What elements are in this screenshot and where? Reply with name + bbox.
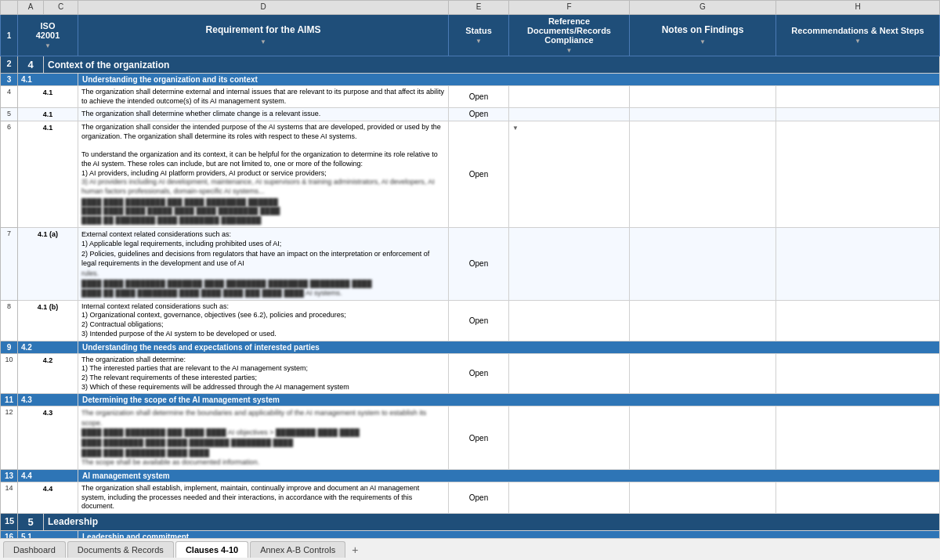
table-row: 10 4.2 The organization shall determine:… bbox=[1, 353, 940, 394]
row-num-10: 10 bbox=[1, 353, 18, 394]
col-h-header: H bbox=[776, 1, 940, 15]
row-num-7: 7 bbox=[1, 227, 18, 300]
rec-4-1b[interactable] bbox=[776, 300, 940, 341]
notes-4-1a[interactable] bbox=[630, 227, 776, 300]
row-num-3: 3 bbox=[1, 74, 18, 86]
table-row: 12 4.3 The organization shall determine … bbox=[1, 406, 940, 470]
row-num-5: 5 bbox=[1, 108, 18, 121]
row-num-9: 9 bbox=[1, 341, 18, 353]
subsection-row-4-1: 3 4.1 Understanding the organization and… bbox=[1, 74, 940, 86]
section-row-5: 15 5 Leadership bbox=[1, 513, 940, 530]
tab-annex[interactable]: Annex A-B Controls bbox=[250, 541, 345, 558]
rec-4-1-c[interactable] bbox=[776, 121, 940, 228]
header-status[interactable]: Status▼ bbox=[449, 15, 509, 56]
notes-4-2[interactable] bbox=[630, 353, 776, 394]
table-header-row: 1 ISO42001▼ Requirement for the AIMS▼ St… bbox=[1, 15, 940, 56]
col-a-header: A bbox=[18, 1, 44, 15]
notes-4-3[interactable] bbox=[630, 406, 776, 470]
ref-4-3[interactable] bbox=[509, 406, 630, 470]
ref-4-1-a[interactable] bbox=[509, 86, 630, 108]
status-4-1b: Open bbox=[449, 300, 509, 341]
section-5-label: Leadership bbox=[44, 513, 940, 530]
iso-4-4: 4.4 bbox=[18, 482, 78, 513]
subsection-row-4-4: 13 4.4 AI management system bbox=[1, 469, 940, 482]
col-letters-row: A C D E F G H bbox=[1, 1, 940, 15]
col-f-header: F bbox=[509, 1, 630, 15]
col-e-header: E bbox=[449, 1, 509, 15]
ref-4-1a[interactable] bbox=[509, 227, 630, 300]
notes-4-1-b[interactable] bbox=[630, 108, 776, 121]
rec-4-1-b[interactable] bbox=[776, 108, 940, 121]
req-4-3: The organization shall determine the bou… bbox=[78, 406, 449, 470]
table-row: 6 4.1 The organization shall consider th… bbox=[1, 121, 940, 228]
rec-4-4[interactable] bbox=[776, 482, 940, 513]
subsection-4-3-label: Determining the scope of the AI manageme… bbox=[78, 394, 940, 406]
notes-4-1-c[interactable] bbox=[630, 121, 776, 228]
header-notes[interactable]: Notes on Findings▼ bbox=[630, 15, 776, 56]
ref-4-2[interactable] bbox=[509, 353, 630, 394]
row-num-12: 12 bbox=[1, 406, 18, 470]
row-num-13: 13 bbox=[1, 469, 18, 482]
status-4-1-b: Open bbox=[449, 108, 509, 121]
tab-clauses[interactable]: Clauses 4-10 bbox=[175, 541, 248, 558]
subsection-4-4-label: AI management system bbox=[78, 469, 940, 482]
rec-4-1a[interactable] bbox=[776, 227, 940, 300]
ref-4-1-b[interactable] bbox=[509, 108, 630, 121]
rec-4-2[interactable] bbox=[776, 353, 940, 394]
req-4-1-b: The organization shall determine whether… bbox=[78, 108, 449, 121]
ref-4-1b[interactable] bbox=[509, 300, 630, 341]
section-row-4: 2 4 Context of the organization bbox=[1, 56, 940, 74]
row-num-4: 4 bbox=[1, 86, 18, 108]
iso-4-1b: 4.1 (b) bbox=[18, 300, 78, 341]
notes-4-4[interactable] bbox=[630, 482, 776, 513]
main-table: A C D E F G H 1 ISO42001▼ Requirement fo… bbox=[0, 0, 940, 538]
row-num-16: 16 bbox=[1, 530, 18, 538]
subsection-row-4-2: 9 4.2 Understanding the needs and expect… bbox=[1, 341, 940, 353]
subsection-5-1-label: Leadership and commitment bbox=[78, 530, 940, 538]
table-row: 7 4.1 (a) External context related consi… bbox=[1, 227, 940, 300]
rec-4-3[interactable] bbox=[776, 406, 940, 470]
iso-4-1a: 4.1 (a) bbox=[18, 227, 78, 300]
rec-4-1-a[interactable] bbox=[776, 86, 940, 108]
status-4-1-a: Open bbox=[449, 86, 509, 108]
req-4-4: The organization shall establish, implem… bbox=[78, 482, 449, 513]
tab-add-button[interactable]: + bbox=[347, 542, 363, 558]
tab-dashboard[interactable]: Dashboard bbox=[3, 541, 66, 558]
header-reference[interactable]: Reference Documents/Records Compliance▼ bbox=[509, 15, 630, 56]
req-4-1a: External context related considerations … bbox=[78, 227, 449, 300]
header-iso: ISO42001▼ bbox=[18, 15, 78, 56]
req-4-1-c: The organization shall consider the inte… bbox=[78, 121, 449, 228]
notes-4-1-a[interactable] bbox=[630, 86, 776, 108]
tab-bar: Dashboard Documents & Records Clauses 4-… bbox=[0, 538, 940, 560]
iso-4-3: 4.3 bbox=[18, 406, 78, 470]
subsection-4-4-iso: 4.4 bbox=[18, 469, 78, 482]
subsection-row-5-1: 16 5.1 Leadership and commitment bbox=[1, 530, 940, 538]
req-4-1b: Internal context related considerations … bbox=[78, 300, 449, 341]
col-c-header: C bbox=[44, 1, 78, 15]
row-num-2: 2 bbox=[1, 56, 18, 74]
subsection-4-1-iso: 4.1 bbox=[18, 74, 78, 86]
subsection-4-2-label: Understanding the needs and expectations… bbox=[78, 341, 940, 353]
row-num-8: 8 bbox=[1, 300, 18, 341]
row-num-14: 14 bbox=[1, 482, 18, 513]
notes-4-1b[interactable] bbox=[630, 300, 776, 341]
header-requirement[interactable]: Requirement for the AIMS▼ bbox=[78, 15, 449, 56]
scroll-area[interactable]: A C D E F G H 1 ISO42001▼ Requirement fo… bbox=[0, 0, 940, 538]
table-row: 5 4.1 The organization shall determine w… bbox=[1, 108, 940, 121]
ref-4-1-c[interactable]: ▼ bbox=[509, 121, 630, 228]
req-4-1-a: The organization shall determine externa… bbox=[78, 86, 449, 108]
header-recommendations[interactable]: Recommendations & Next Steps▼ bbox=[776, 15, 940, 56]
col-d-header: D bbox=[78, 1, 449, 15]
ref-4-4[interactable] bbox=[509, 482, 630, 513]
subsection-4-2-iso: 4.2 bbox=[18, 341, 78, 353]
section-4-label: Context of the organization bbox=[44, 56, 940, 74]
subsection-row-4-3: 11 4.3 Determining the scope of the AI m… bbox=[1, 394, 940, 406]
tab-documents[interactable]: Documents & Records bbox=[67, 541, 174, 558]
section-5-num: 5 bbox=[18, 513, 44, 530]
corner-cell bbox=[1, 1, 18, 15]
table-row: 4 4.1 The organization shall determine e… bbox=[1, 86, 940, 108]
status-4-1a: Open bbox=[449, 227, 509, 300]
subsection-5-1-iso: 5.1 bbox=[18, 530, 78, 538]
spreadsheet-container: A C D E F G H 1 ISO42001▼ Requirement fo… bbox=[0, 0, 940, 560]
status-4-3: Open bbox=[449, 406, 509, 470]
